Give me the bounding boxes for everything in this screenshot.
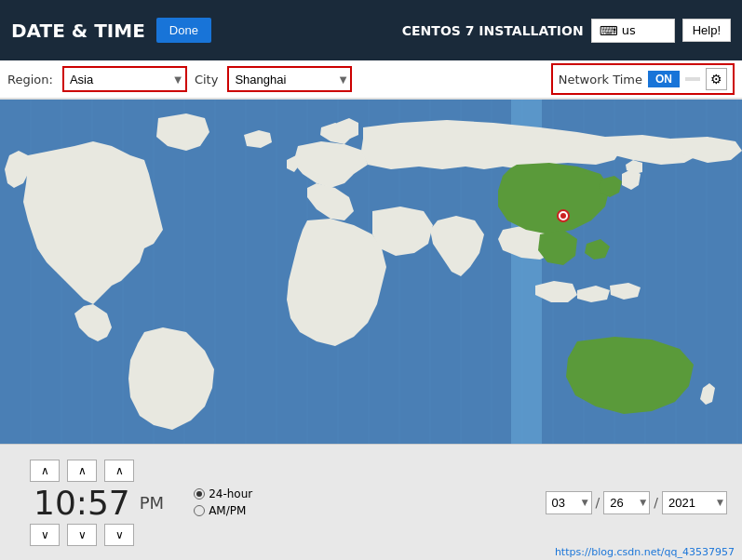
format-24h-label: 24-hour xyxy=(209,487,252,500)
network-time-settings-button[interactable]: ⚙ xyxy=(706,68,727,90)
header-right: CENTOS 7 INSTALLATION ⌨ us Help! xyxy=(402,19,731,43)
format-ampm-radio[interactable] xyxy=(194,505,205,516)
network-time-toggle-off xyxy=(685,77,700,81)
date-section: 010203 040506 070809 101112 / 01020304 0… xyxy=(546,491,727,514)
format-ampm-option[interactable]: AM/PM xyxy=(194,504,252,517)
header-left: DATE & TIME Done xyxy=(11,18,211,43)
month-select-wrap[interactable]: 010203 040506 070809 101112 xyxy=(546,491,592,514)
date-sep-1: / xyxy=(596,495,600,510)
ap-down[interactable]: ∨ xyxy=(104,524,134,546)
install-title: CENTOS 7 INSTALLATION xyxy=(402,23,584,38)
region-select[interactable]: Asia Africa America Atlantic Australia E… xyxy=(64,68,185,90)
date-sep-2: / xyxy=(654,495,658,510)
keyboard-value: us xyxy=(622,23,636,37)
city-select-box[interactable]: Shanghai Beijing Hong_Kong Taipei Tokyo … xyxy=(227,66,352,92)
day-select-wrap[interactable]: 01020304 05060708 09101112 13141516 1718… xyxy=(603,491,650,514)
map-container[interactable] xyxy=(0,100,742,444)
format-24h-radio[interactable] xyxy=(194,488,205,500)
network-time-section: Network Time ON ⚙ xyxy=(551,63,735,95)
month-select[interactable]: 010203 040506 070809 101112 xyxy=(546,491,592,514)
keyboard-layout-input[interactable]: ⌨ us xyxy=(591,19,675,43)
year-select-wrap[interactable]: 2019202020212022 xyxy=(662,491,727,514)
m-down[interactable]: ∨ xyxy=(67,524,97,546)
radio-filled-24h xyxy=(196,491,202,497)
ap-up[interactable]: ∧ xyxy=(104,460,134,482)
hours-value: 10 xyxy=(34,484,76,522)
network-time-label: Network Time xyxy=(559,73,642,87)
done-button[interactable]: Done xyxy=(156,18,211,43)
m-up[interactable]: ∧ xyxy=(67,460,97,482)
bottom-bar: ∧ ∧ ∧ ∧ ∧ ∧ ∧ ∧ ∧ 10:57 PM xyxy=(0,444,742,560)
controls-bar: Region: Asia Africa America Atlantic Aus… xyxy=(0,60,742,100)
h-up[interactable]: ∧ xyxy=(30,460,60,482)
day-select[interactable]: 01020304 05060708 09101112 13141516 1718… xyxy=(603,491,650,514)
header: DATE & TIME Done CENTOS 7 INSTALLATION ⌨… xyxy=(0,0,742,60)
ampm-value: PM xyxy=(140,493,164,513)
h-down[interactable]: ∨ xyxy=(30,524,60,546)
time-display: 10:57 xyxy=(34,484,130,522)
svg-point-27 xyxy=(560,213,566,219)
city-select[interactable]: Shanghai Beijing Hong_Kong Taipei Tokyo … xyxy=(229,68,350,90)
city-label: City xyxy=(195,73,218,87)
keyboard-icon: ⌨ xyxy=(600,23,618,38)
format-24h-option[interactable]: 24-hour xyxy=(194,487,252,500)
region-select-box[interactable]: Asia Africa America Atlantic Australia E… xyxy=(62,66,187,92)
network-time-toggle-on[interactable]: ON xyxy=(648,71,680,87)
format-options: 24-hour AM/PM xyxy=(194,487,252,517)
region-label: Region: xyxy=(7,73,53,87)
url-display: https://blog.csdn.net/qq_43537957 xyxy=(555,546,735,558)
page-title: DATE & TIME xyxy=(11,20,145,42)
help-button[interactable]: Help! xyxy=(682,19,731,42)
world-map[interactable] xyxy=(0,100,742,444)
year-select[interactable]: 2019202020212022 xyxy=(662,491,727,514)
format-ampm-label: AM/PM xyxy=(209,504,246,517)
minutes-value: 57 xyxy=(88,484,130,522)
gear-icon: ⚙ xyxy=(710,72,722,87)
